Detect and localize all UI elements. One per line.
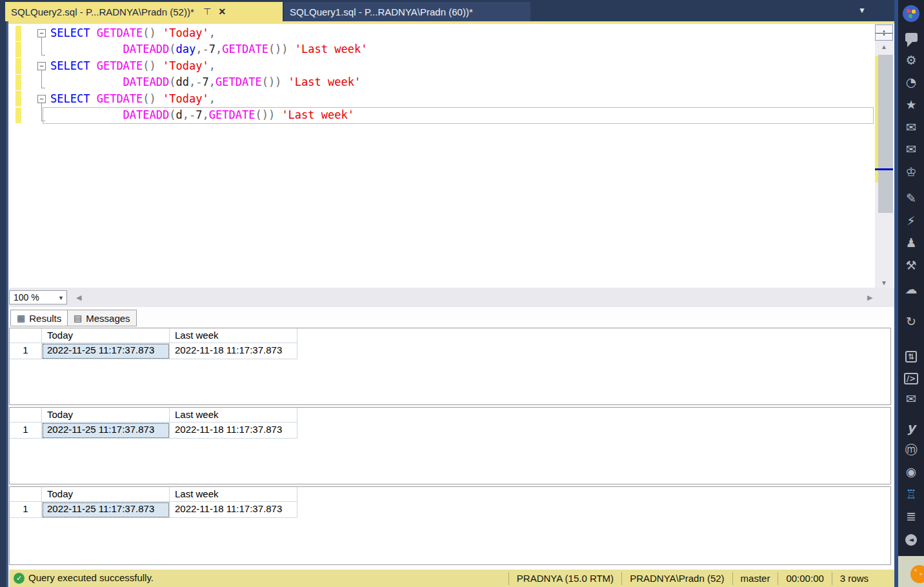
fold-scope-line <box>41 70 45 88</box>
collapse-toggle-icon[interactable]: − <box>37 95 46 103</box>
crown-icon[interactable]: ♔ <box>898 163 924 180</box>
mail-icon[interactable]: ✉ <box>898 119 924 135</box>
code-token: 7 <box>209 43 216 55</box>
mail-forward-icon[interactable]: ✉ <box>898 390 924 407</box>
taskbar-bottom-panel[interactable] <box>898 556 924 587</box>
row-number-header[interactable] <box>10 487 42 502</box>
row-number-cell[interactable]: 1 <box>10 423 42 439</box>
code-token: day <box>176 43 196 55</box>
code-token <box>281 75 288 88</box>
changed-line-marker <box>15 58 21 74</box>
data-cell[interactable]: 2022-11-18 11:17:37.873 <box>170 423 297 439</box>
sql-editor[interactable]: −−− SELECT GETDATE() 'Today', DATEADD(da… <box>9 24 875 288</box>
comment-icon-glyph <box>905 33 918 42</box>
orange-ball-icon[interactable] <box>910 565 924 583</box>
hscroll-right-icon[interactable]: ▶ <box>867 294 872 302</box>
code-icon[interactable]: /> <box>898 368 924 385</box>
status-bar: ✓ Query executed successfully. PRADNYA (… <box>9 570 894 587</box>
changed-line-marker <box>15 42 21 57</box>
yammer-icon[interactable]: y <box>898 419 924 436</box>
list-icon[interactable]: ≣ <box>898 508 924 524</box>
back-circle-icon[interactable]: ◄ <box>898 529 924 546</box>
data-cell[interactable]: 2022-11-18 11:17:37.873 <box>170 502 297 518</box>
scroll-down-icon[interactable]: ▼ <box>875 279 893 286</box>
code-line: SELECT GETDATE() 'Today', <box>50 58 216 74</box>
comment-icon[interactable] <box>898 29 924 46</box>
app-logo-icon[interactable] <box>898 5 924 22</box>
code-token: 'Last week' <box>281 108 354 121</box>
code-line: SELECT GETDATE() 'Today', <box>50 91 216 107</box>
column-header[interactable]: Last week <box>170 408 297 423</box>
result-grid-3: TodayLast week12022-11-25 11:17:37.87320… <box>9 486 891 565</box>
bank-icon[interactable]: ♖ <box>898 486 924 502</box>
tab-results[interactable]: ▦ Results <box>10 310 68 326</box>
code-line: DATEADD(day,-7,GETDATE()) 'Last week' <box>50 41 367 57</box>
column-header[interactable]: Last week <box>170 487 297 502</box>
row-number-header[interactable] <box>10 408 42 423</box>
changed-lines-marker <box>875 56 878 183</box>
mail2-icon[interactable]: ✉ <box>898 141 924 157</box>
m-circle-icon[interactable]: ⓜ <box>898 441 924 458</box>
zoom-select[interactable]: 100 % ▼ <box>9 290 67 304</box>
code-token: () <box>143 59 156 72</box>
tab-sqlquery1[interactable]: SQLQuery1.sql - P...RADNYA\Pradn (60))* <box>284 2 530 21</box>
code-token: , <box>209 75 216 88</box>
data-cell[interactable]: 2022-11-25 11:17:37.873 <box>42 423 170 439</box>
code-token: ()) <box>255 108 275 121</box>
hubspot-icon[interactable]: ⚙ <box>898 52 924 68</box>
column-header[interactable]: Today <box>42 408 170 423</box>
sync-icon[interactable]: ↻ <box>898 313 924 330</box>
code-token: , <box>209 26 216 39</box>
code-token <box>156 26 163 39</box>
person-icon[interactable]: ♟ <box>898 234 924 251</box>
column-header[interactable]: Today <box>42 487 170 502</box>
code-token: - <box>202 43 208 55</box>
split-editor-handle[interactable]: ↕ <box>875 25 893 41</box>
code-token: dd <box>176 75 189 88</box>
data-cell[interactable]: 2022-11-18 11:17:37.873 <box>170 343 297 359</box>
code-token <box>90 59 96 72</box>
sliders-icon[interactable]: ⇅ <box>898 346 924 363</box>
pin-icon[interactable]: ⊥ <box>203 6 211 17</box>
editor-vertical-scrollbar[interactable]: ↕ ▲ ▼ <box>875 24 893 288</box>
code-token: ()) <box>268 43 288 55</box>
column-header[interactable]: Today <box>42 328 170 343</box>
code-token: SELECT <box>50 92 90 105</box>
close-icon[interactable]: × <box>219 5 226 19</box>
data-cell[interactable]: 2022-11-25 11:17:37.873 <box>42 343 170 359</box>
grid-header-row: TodayLast week <box>10 487 297 502</box>
plug-icon[interactable]: ⚡ <box>898 212 924 229</box>
zoom-dropdown-icon[interactable]: ▼ <box>58 295 64 301</box>
back-circle-icon-glyph: ◄ <box>905 534 917 546</box>
changed-line-marker <box>15 91 21 106</box>
code-token: 'Last week' <box>288 75 361 88</box>
code-token: () <box>143 92 156 105</box>
window-left-edge <box>0 21 8 587</box>
code-token <box>275 108 281 121</box>
paintbrush-icon[interactable]: ✎ <box>898 190 924 206</box>
column-header[interactable]: Last week <box>170 328 297 343</box>
grid-data-row: 12022-11-25 11:17:37.8732022-11-18 11:17… <box>10 502 297 518</box>
data-cell[interactable]: 2022-11-25 11:17:37.873 <box>42 502 170 518</box>
code-token <box>90 26 96 39</box>
row-number-cell[interactable]: 1 <box>10 502 42 518</box>
hscroll-left-icon[interactable]: ◀ <box>76 294 81 302</box>
scrollbar-thumb[interactable] <box>878 55 893 213</box>
collapse-toggle-icon[interactable]: − <box>37 29 46 37</box>
tab-sqlquery2[interactable]: SQLQuery2.sql - P...RADNYA\Pradn (52))* … <box>5 2 283 21</box>
row-number-cell[interactable]: 1 <box>10 343 42 359</box>
results-pane: TodayLast week12022-11-25 11:17:37.87320… <box>9 326 894 570</box>
wrench-icon[interactable]: ⚒ <box>898 257 924 274</box>
code-token: GETDATE <box>97 26 143 39</box>
status-message: Query executed successfully. <box>28 572 154 583</box>
cloud-chat-icon[interactable]: ☁ <box>898 281 924 297</box>
tab-messages[interactable]: ▤ Messages <box>67 310 137 326</box>
star-icon[interactable]: ★ <box>898 96 924 113</box>
tab-list-dropdown-icon[interactable]: ▼ <box>858 6 866 15</box>
collapse-toggle-icon[interactable]: − <box>37 62 46 70</box>
scroll-up-icon[interactable]: ▲ <box>875 43 893 50</box>
code-token: ( <box>169 75 176 88</box>
nut-icon[interactable]: ◉ <box>898 463 924 480</box>
row-number-header[interactable] <box>10 328 42 343</box>
power-circle-icon[interactable]: ◔ <box>898 74 924 90</box>
